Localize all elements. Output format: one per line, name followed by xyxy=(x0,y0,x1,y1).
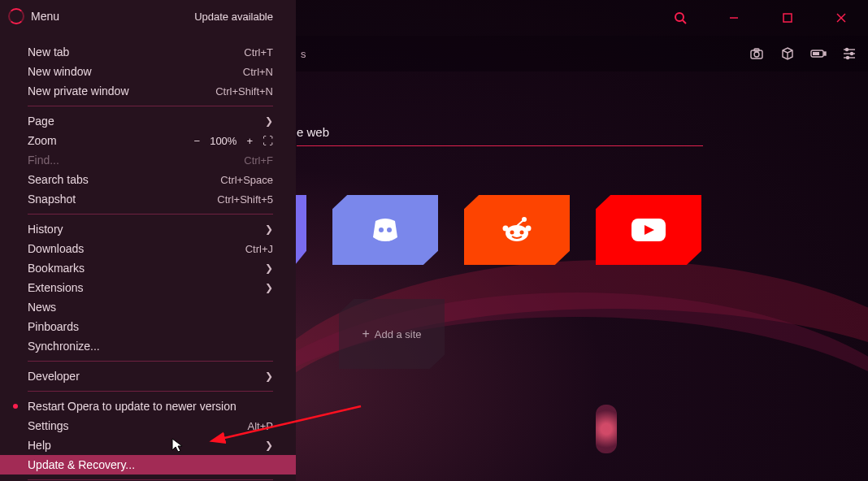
close-button[interactable] xyxy=(822,4,860,32)
menu-item-settings[interactable]: SettingsAlt+P xyxy=(0,416,296,436)
menu-separator xyxy=(28,106,273,106)
zoom-in-button[interactable]: + xyxy=(245,135,254,147)
menu-item-label: New private window xyxy=(28,84,129,98)
svg-point-22 xyxy=(526,226,532,232)
menu-item-new-private-window[interactable]: New private windowCtrl+Shift+N xyxy=(0,81,296,101)
svg-rect-10 xyxy=(824,52,826,55)
menu-separator xyxy=(28,214,273,214)
chevron-right-icon: ❯ xyxy=(265,262,273,274)
svg-point-17 xyxy=(847,57,849,59)
menu-shortcut: Ctrl+Shift+N xyxy=(215,85,273,98)
zoom-out-button[interactable]: − xyxy=(193,135,202,147)
svg-point-0 xyxy=(675,13,684,21)
menu-item-page[interactable]: Page❯ xyxy=(0,111,296,131)
menu-item-label: New window xyxy=(28,65,92,78)
chevron-right-icon: ❯ xyxy=(265,440,273,451)
menu-separator xyxy=(28,479,273,480)
battery-icon[interactable] xyxy=(809,45,827,63)
menu-item-label: Downloads xyxy=(28,242,84,255)
cube-icon[interactable] xyxy=(779,45,796,63)
menu-item-label: Snapshot xyxy=(28,193,76,206)
menu-item-pinboards[interactable]: Pinboards xyxy=(0,317,296,336)
menu-separator xyxy=(28,391,273,392)
menu-shortcut: Ctrl+F xyxy=(244,154,273,167)
menu-title: Menu xyxy=(31,10,59,23)
menu-separator xyxy=(28,361,273,362)
menu-item-label: Search tabs xyxy=(28,173,89,186)
menu-item-developer[interactable]: Developer❯ xyxy=(0,366,296,386)
menu-item-bookmarks[interactable]: Bookmarks❯ xyxy=(0,258,296,278)
svg-rect-11 xyxy=(813,52,819,55)
heading-underline xyxy=(297,145,703,146)
menu-item-label: Pinboards xyxy=(28,320,79,333)
chevron-right-icon: ❯ xyxy=(265,115,273,127)
maximize-button[interactable] xyxy=(769,4,806,32)
svg-line-1 xyxy=(683,20,686,24)
chevron-right-icon: ❯ xyxy=(265,370,273,382)
menu-item-update-recovery[interactable]: Update & Recovery... xyxy=(0,455,296,474)
svg-point-19 xyxy=(387,228,392,232)
svg-point-18 xyxy=(379,228,384,232)
minimize-button[interactable] xyxy=(715,4,753,32)
tile-add-label: Add a site xyxy=(375,328,422,340)
menu-shortcut: Ctrl+J xyxy=(245,243,273,255)
menu-item-label: Help xyxy=(28,439,51,452)
menu-shortcut: Ctrl+N xyxy=(243,66,273,78)
menu-item-search-tabs[interactable]: Search tabsCtrl+Space xyxy=(0,170,296,189)
menu-item-downloads[interactable]: DownloadsCtrl+J xyxy=(0,239,296,258)
menu-item-label: Synchronize... xyxy=(28,340,100,353)
menu-item-snapshot[interactable]: SnapshotCtrl+Shift+5 xyxy=(0,189,296,209)
menu-item-label: Bookmarks xyxy=(28,262,85,275)
menu-item-label: Page xyxy=(28,115,54,128)
menu-shortcut: Ctrl+T xyxy=(244,46,273,58)
menu-item-label: Zoom xyxy=(28,134,57,147)
svg-point-25 xyxy=(510,231,514,235)
menu-header: Menu Update available xyxy=(0,0,296,32)
svg-point-7 xyxy=(754,52,759,57)
tile-row xyxy=(297,195,852,265)
search-icon[interactable] xyxy=(662,4,699,32)
plus-icon: + xyxy=(362,327,369,341)
camera-icon[interactable] xyxy=(748,45,766,63)
tile-add-site[interactable]: + Add a site xyxy=(339,299,445,369)
tile-row: + Add a site xyxy=(297,299,852,369)
menu-item-zoom[interactable]: Zoom−100%+⛶ xyxy=(0,131,296,150)
menu-item-label: Developer xyxy=(28,370,80,383)
menu-item-extensions[interactable]: Extensions❯ xyxy=(0,278,296,297)
menu-item-label: Update & Recovery... xyxy=(28,458,135,471)
opera-menu: Menu Update available New tabCtrl+TNew w… xyxy=(0,0,296,481)
svg-point-15 xyxy=(846,49,848,51)
chevron-right-icon: ❯ xyxy=(265,223,273,235)
menu-item-label: Settings xyxy=(28,419,69,432)
fullscreen-icon[interactable]: ⛶ xyxy=(263,135,273,147)
heading-fragment: e web xyxy=(297,125,852,139)
speed-dial: e web + Add a site xyxy=(297,81,852,369)
tile-reddit[interactable] xyxy=(464,195,570,265)
svg-rect-3 xyxy=(783,14,792,22)
tile-youtube[interactable] xyxy=(596,195,701,265)
menu-item-synchronize[interactable]: Synchronize... xyxy=(0,336,296,356)
menu-shortcut: Alt+P xyxy=(248,420,273,432)
menu-shortcut: Ctrl+Shift+5 xyxy=(217,193,273,206)
menu-item-label: History xyxy=(28,223,63,236)
menu-item-news[interactable]: News xyxy=(0,297,296,317)
menu-item-label: Restart Opera to update to newer version xyxy=(28,400,237,413)
menu-item-new-window[interactable]: New windowCtrl+N xyxy=(0,62,296,81)
svg-point-21 xyxy=(503,226,509,232)
update-available-label[interactable]: Update available xyxy=(194,11,273,23)
menu-shortcut: Ctrl+Space xyxy=(220,174,273,186)
svg-line-24 xyxy=(517,220,523,226)
sliders-icon[interactable] xyxy=(840,45,858,63)
opera-logo-icon xyxy=(8,8,24,24)
tile-discord[interactable] xyxy=(332,195,438,265)
menu-item-restart-opera-to-update-to-newer-version[interactable]: Restart Opera to update to newer version xyxy=(0,396,296,416)
menu-item-label: Extensions xyxy=(28,281,83,294)
menu-item-new-tab[interactable]: New tabCtrl+T xyxy=(0,42,296,62)
menu-item-label: Find... xyxy=(28,154,59,167)
menu-item-label: New tab xyxy=(28,46,69,58)
svg-point-26 xyxy=(520,231,524,235)
menu-item-history[interactable]: History❯ xyxy=(0,219,296,239)
menu-item-help[interactable]: Help❯ xyxy=(0,436,296,455)
gx-orb-decor xyxy=(596,405,617,453)
menu-item-find[interactable]: Find...Ctrl+F xyxy=(0,150,296,170)
